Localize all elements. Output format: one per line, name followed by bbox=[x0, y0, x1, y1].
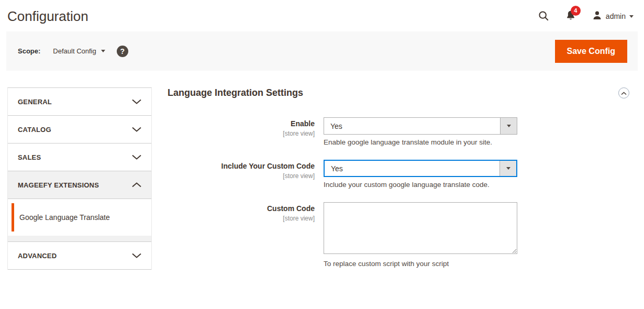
field-hint: To replace custom script with your scrip… bbox=[324, 260, 517, 268]
search-icon bbox=[538, 10, 549, 23]
sidebar-item-advanced[interactable]: ADVANCED bbox=[8, 242, 151, 270]
sidebar-item-label: CATALOG bbox=[18, 126, 51, 134]
field-scope-note: [store view] bbox=[283, 215, 315, 222]
select-dropdown-button[interactable] bbox=[500, 118, 517, 134]
field-hint: Enable google language translate module … bbox=[324, 138, 517, 146]
page-header: Configuration 4 bbox=[0, 0, 644, 29]
chevron-down-icon bbox=[101, 50, 105, 52]
sidebar-item-catalog[interactable]: CATALOG bbox=[8, 116, 151, 144]
content-area: GENERAL CATALOG SALES MAGEEFY EXTENSIONS… bbox=[7, 87, 637, 281]
scope-label: Scope: bbox=[18, 47, 40, 55]
field-row-enable: Enable [store view] Yes Enable google la… bbox=[168, 117, 629, 146]
collapse-section-button[interactable] bbox=[618, 87, 629, 98]
chevron-up-icon bbox=[621, 89, 627, 97]
sidebar-item-general[interactable]: GENERAL bbox=[8, 88, 151, 116]
settings-form: Enable [store view] Yes Enable google la… bbox=[168, 117, 629, 268]
admin-user-menu[interactable]: admin bbox=[592, 10, 634, 23]
chevron-down-icon bbox=[629, 15, 634, 18]
sidebar-item-mageefy-extensions[interactable]: MAGEEFY EXTENSIONS bbox=[8, 171, 151, 199]
field-label: Enable bbox=[168, 119, 315, 128]
save-config-button[interactable]: Save Config bbox=[555, 40, 627, 63]
sidebar-item-label: ADVANCED bbox=[18, 252, 57, 260]
select-value: Yes bbox=[325, 161, 499, 176]
chevron-down-icon bbox=[132, 251, 141, 260]
scope-value: Default Config bbox=[53, 47, 96, 55]
config-nav-sidebar: GENERAL CATALOG SALES MAGEEFY EXTENSIONS… bbox=[7, 87, 152, 270]
header-actions: 4 admin bbox=[538, 10, 634, 23]
help-button[interactable]: ? bbox=[117, 46, 128, 57]
chevron-down-icon bbox=[132, 152, 141, 162]
user-name: admin bbox=[606, 12, 626, 20]
user-avatar-icon bbox=[592, 10, 602, 23]
select-value: Yes bbox=[324, 118, 500, 134]
field-label: Custom Code bbox=[168, 204, 315, 213]
sidebar-item-label: MAGEEFY EXTENSIONS bbox=[18, 181, 99, 189]
chevron-up-icon bbox=[132, 180, 141, 190]
custom-code-textarea[interactable] bbox=[324, 202, 517, 254]
question-mark-icon: ? bbox=[120, 47, 125, 56]
scope-switcher[interactable]: Default Config bbox=[53, 47, 105, 55]
search-button[interactable] bbox=[538, 10, 549, 23]
scope-toolbar: Scope: Default Config ? Save Config bbox=[6, 31, 638, 71]
chevron-down-icon bbox=[132, 97, 141, 106]
sidebar-item-label: GENERAL bbox=[18, 98, 52, 106]
section-header: Language Integration Settings bbox=[168, 87, 629, 98]
field-scope-note: [store view] bbox=[283, 130, 315, 137]
page-title: Configuration bbox=[7, 8, 88, 25]
field-hint: Include your custom google language tran… bbox=[324, 181, 517, 189]
section-title: Language Integration Settings bbox=[168, 87, 303, 98]
chevron-down-icon bbox=[506, 167, 510, 170]
notifications-button[interactable]: 4 bbox=[565, 10, 576, 23]
include-custom-code-select[interactable]: Yes bbox=[324, 160, 517, 177]
sidebar-item-sales[interactable]: SALES bbox=[8, 144, 151, 171]
field-label: Include Your Custom Code bbox=[168, 162, 315, 171]
sidebar-subitem-google-language-translate[interactable]: Google Language Translate bbox=[8, 199, 151, 236]
notification-count-badge: 4 bbox=[571, 6, 581, 16]
sidebar-item-label: SALES bbox=[18, 153, 41, 161]
chevron-down-icon bbox=[132, 125, 141, 134]
chevron-down-icon bbox=[507, 125, 511, 127]
field-row-custom-code: Custom Code [store view] To replace cust… bbox=[168, 202, 629, 268]
enable-select[interactable]: Yes bbox=[324, 117, 517, 135]
field-scope-note: [store view] bbox=[283, 172, 315, 180]
select-dropdown-button[interactable] bbox=[499, 161, 516, 176]
settings-panel: Language Integration Settings Enable [st… bbox=[168, 87, 637, 281]
field-row-include-custom-code: Include Your Custom Code [store view] Ye… bbox=[168, 160, 629, 189]
sidebar-section-footer bbox=[8, 236, 151, 242]
sidebar-subitem-label: Google Language Translate bbox=[19, 213, 110, 222]
